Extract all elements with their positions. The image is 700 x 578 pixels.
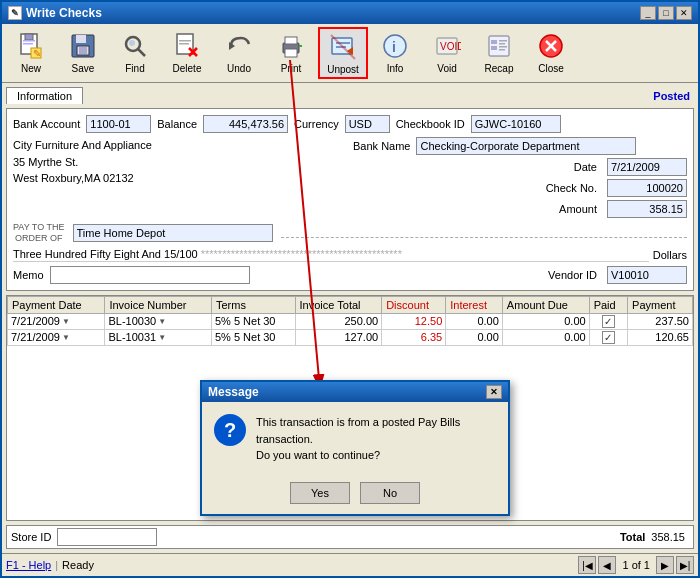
- memo-input[interactable]: [50, 266, 250, 284]
- pay-to-label: PAY TO THE ORDER OF: [13, 222, 65, 244]
- row2-payment-date: 7/21/2009 ▼: [8, 329, 105, 345]
- checkbook-id-input[interactable]: [471, 115, 561, 133]
- page-info: 1 of 1: [618, 559, 654, 571]
- invoice-dropdown-icon[interactable]: ▼: [158, 317, 166, 326]
- store-id-label: Store ID: [11, 531, 51, 543]
- row1-invoice-number: BL-10030 ▼: [105, 313, 212, 329]
- info-label: Info: [387, 63, 404, 74]
- row1-payment: 237.50: [628, 313, 693, 329]
- find-label: Find: [125, 63, 144, 74]
- check-no-input[interactable]: [607, 179, 687, 197]
- invoice2-dropdown-icon[interactable]: ▼: [158, 333, 166, 342]
- row2-interest: 0.00: [446, 329, 503, 345]
- table-row: 7/21/2009 ▼ BL-10030 ▼ 5% 5 Net 30: [8, 313, 693, 329]
- col-payment: Payment: [628, 296, 693, 313]
- row2-discount: 6.35: [382, 329, 446, 345]
- svg-rect-1: [25, 34, 33, 40]
- find-button[interactable]: Find: [110, 27, 160, 77]
- last-page-button[interactable]: ▶|: [676, 556, 694, 574]
- close-toolbar-button[interactable]: Close: [526, 27, 576, 77]
- svg-rect-9: [79, 47, 87, 54]
- info-button[interactable]: i Info: [370, 27, 420, 77]
- row1-terms: 5% 5 Net 30: [211, 313, 295, 329]
- date-dropdown-icon[interactable]: ▼: [62, 317, 70, 326]
- svg-line-11: [138, 49, 145, 56]
- svg-point-12: [129, 40, 135, 46]
- recap-button[interactable]: Recap: [474, 27, 524, 77]
- help-link[interactable]: F1 - Help: [6, 559, 51, 571]
- vendor-id-label: Vendor ID: [548, 269, 597, 281]
- minimize-button[interactable]: _: [640, 6, 656, 20]
- prev-page-button[interactable]: ◀: [598, 556, 616, 574]
- invoice-table-container: Payment Date Invoice Number Terms Invoic…: [6, 295, 694, 521]
- window-controls[interactable]: _ □ ✕: [640, 6, 692, 20]
- bank-row: Bank Account Balance Currency Checkbook …: [13, 115, 687, 133]
- row1-paid-cell: ✓: [589, 313, 627, 329]
- tab-information[interactable]: Information: [6, 87, 83, 104]
- save-button[interactable]: Save: [58, 27, 108, 77]
- print-button[interactable]: Print: [266, 27, 316, 77]
- undo-button[interactable]: Undo: [214, 27, 264, 77]
- written-amount-row: Three Hundred Fifty Eight And 15/100 ***…: [13, 248, 687, 262]
- maximize-button[interactable]: □: [658, 6, 674, 20]
- info-icon: i: [379, 30, 411, 62]
- row2-invoice-number: BL-10031 ▼: [105, 329, 212, 345]
- void-label: Void: [437, 63, 456, 74]
- status-text: Ready: [62, 559, 94, 571]
- balance-input[interactable]: [203, 115, 288, 133]
- address-line3: West Roxbury,MA 02132: [13, 170, 347, 187]
- pay-to-input[interactable]: [73, 224, 273, 242]
- address-block: City Furniture And Appliance 35 Myrthe S…: [13, 137, 347, 187]
- row1-interest: 0.00: [446, 313, 503, 329]
- svg-rect-38: [499, 49, 505, 51]
- vendor-id-input[interactable]: [607, 266, 687, 284]
- amount-label: Amount: [559, 203, 597, 215]
- row2-paid-checkbox[interactable]: ✓: [602, 331, 615, 344]
- row2-paid-cell: ✓: [589, 329, 627, 345]
- svg-rect-37: [499, 46, 507, 48]
- recap-label: Recap: [485, 63, 514, 74]
- close-window-button[interactable]: ✕: [676, 6, 692, 20]
- written-amount: Three Hundred Fifty Eight And 15/100 ***…: [13, 248, 649, 262]
- tab-bar: Information Posted: [6, 87, 694, 104]
- first-page-button[interactable]: |◀: [578, 556, 596, 574]
- undo-icon: [223, 30, 255, 62]
- currency-input[interactable]: [345, 115, 390, 133]
- col-amount-due: Amount Due: [502, 296, 589, 313]
- close-toolbar-label: Close: [538, 63, 564, 74]
- void-button[interactable]: VOID Void: [422, 27, 472, 77]
- check-no-label: Check No.: [546, 182, 597, 194]
- next-page-button[interactable]: ▶: [656, 556, 674, 574]
- svg-rect-14: [179, 40, 191, 42]
- row1-invoice-total: 250.00: [295, 313, 382, 329]
- row1-paid-checkbox[interactable]: ✓: [602, 315, 615, 328]
- date2-dropdown-icon[interactable]: ▼: [62, 333, 70, 342]
- amount-input[interactable]: [607, 200, 687, 218]
- col-terms: Terms: [211, 296, 295, 313]
- date-input[interactable]: [607, 158, 687, 176]
- table-row: 7/21/2009 ▼ BL-10031 ▼ 5% 5 Net 30: [8, 329, 693, 345]
- bank-name-input[interactable]: [416, 137, 636, 155]
- print-icon: [275, 30, 307, 62]
- new-icon: ✎: [15, 30, 47, 62]
- bank-account-input[interactable]: [86, 115, 151, 133]
- svg-rect-35: [499, 40, 507, 42]
- save-label: Save: [72, 63, 95, 74]
- undo-label: Undo: [227, 63, 251, 74]
- bank-name-label: Bank Name: [353, 140, 410, 152]
- store-id-input[interactable]: [57, 528, 157, 546]
- svg-text:VOID: VOID: [440, 41, 461, 52]
- row1-amount-due: 0.00: [502, 313, 589, 329]
- delete-button[interactable]: Delete: [162, 27, 212, 77]
- unpost-button[interactable]: Unpost: [318, 27, 368, 79]
- svg-text:✎: ✎: [33, 48, 41, 59]
- app-icon: ✎: [8, 6, 22, 20]
- address-bank-row: City Furniture And Appliance 35 Myrthe S…: [13, 137, 687, 218]
- invoice-table: Payment Date Invoice Number Terms Invoic…: [7, 296, 693, 346]
- print-label: Print: [281, 63, 302, 74]
- date-label: Date: [574, 161, 597, 173]
- unpost-icon: [327, 31, 359, 63]
- nav-bar: F1 - Help | Ready |◀ ◀ 1 of 1 ▶ ▶|: [2, 553, 698, 576]
- new-button[interactable]: ✎ New: [6, 27, 56, 77]
- row2-invoice-total: 127.00: [295, 329, 382, 345]
